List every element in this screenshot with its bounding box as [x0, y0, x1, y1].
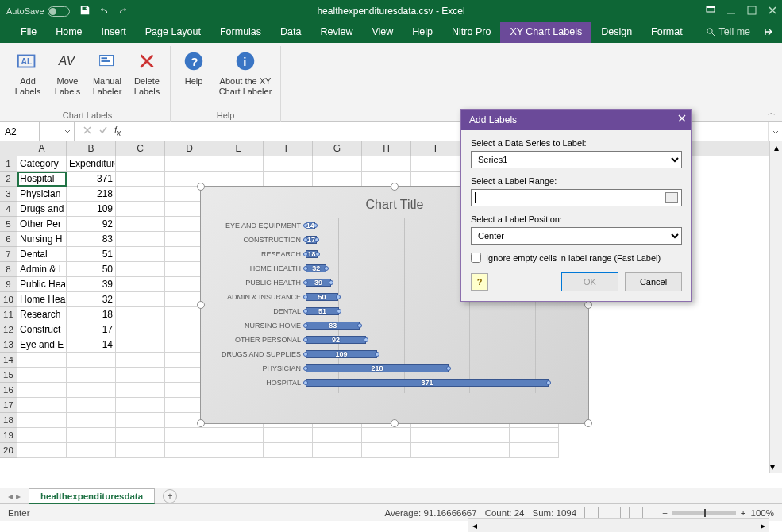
tab-page-layout[interactable]: Page Layout — [136, 22, 210, 43]
cell[interactable] — [17, 428, 67, 443]
cell[interactable]: 83 — [67, 232, 116, 247]
chart-handle-n[interactable] — [391, 183, 399, 191]
ignore-empty-checkbox[interactable]: Ignore empty cells in label range (Fast … — [471, 253, 682, 263]
tab-home[interactable]: Home — [46, 22, 91, 43]
cell[interactable] — [116, 262, 165, 277]
cell[interactable] — [116, 383, 165, 398]
scroll-up-icon[interactable]: ▴ — [770, 141, 782, 154]
cell[interactable] — [116, 217, 165, 232]
row-header[interactable]: 14 — [0, 353, 17, 368]
chart-bar[interactable]: 39 — [306, 279, 331, 287]
cell[interactable] — [116, 307, 165, 322]
zoom-level[interactable]: 100% — [751, 508, 774, 518]
cell[interactable] — [264, 443, 313, 458]
tab-xy-chart-labels[interactable]: XY Chart Labels — [500, 22, 591, 43]
col-header-H[interactable]: H — [362, 141, 411, 156]
cell[interactable] — [67, 428, 116, 443]
cell[interactable] — [313, 443, 362, 458]
chart-bar[interactable]: 32 — [306, 264, 326, 272]
cell[interactable] — [116, 277, 165, 292]
row-header[interactable]: 19 — [0, 428, 17, 443]
cell[interactable] — [510, 443, 559, 458]
row-header[interactable]: 13 — [0, 337, 17, 353]
cell[interactable]: 371 — [67, 172, 116, 187]
row-header[interactable]: 10 — [0, 292, 17, 307]
tab-nitro-pro[interactable]: Nitro Pro — [442, 22, 500, 43]
cell[interactable] — [165, 428, 214, 443]
cell[interactable] — [460, 428, 510, 443]
name-box-dropdown[interactable] — [40, 122, 75, 141]
share-icon[interactable] — [763, 26, 774, 40]
cell[interactable] — [116, 353, 165, 368]
scroll-left-icon[interactable]: ◂ — [468, 519, 481, 532]
add-labels-button[interactable]: AL AddLabels — [8, 46, 48, 97]
zoom-out-icon[interactable]: − — [662, 508, 668, 518]
cell[interactable] — [362, 443, 411, 458]
chart-bar[interactable]: 17 — [306, 236, 317, 244]
tab-review[interactable]: Review — [310, 22, 362, 43]
chart-handle-s[interactable] — [391, 419, 399, 427]
cell[interactable] — [116, 368, 165, 383]
minimize-icon[interactable] — [726, 6, 736, 17]
row-header[interactable]: 9 — [0, 277, 17, 292]
chart-bar[interactable]: 92 — [306, 336, 366, 344]
cell[interactable] — [264, 172, 313, 187]
chart-handle-e[interactable] — [584, 301, 592, 309]
chart-bar[interactable]: 50 — [306, 293, 338, 301]
cell[interactable]: Hospital — [17, 172, 67, 187]
cell[interactable]: 51 — [67, 247, 116, 262]
collapse-ribbon-icon[interactable]: ︿ — [768, 107, 776, 118]
cell[interactable] — [67, 413, 116, 428]
cell[interactable] — [116, 156, 165, 172]
cell[interactable]: 109 — [67, 202, 116, 217]
cell[interactable]: Admin & I — [17, 262, 67, 277]
cell[interactable] — [17, 383, 67, 398]
tab-formulas[interactable]: Formulas — [210, 22, 271, 43]
tab-format[interactable]: Format — [641, 22, 692, 43]
redo-icon[interactable] — [117, 5, 129, 18]
cell[interactable]: 50 — [67, 262, 116, 277]
cancel-formula-icon[interactable] — [83, 125, 92, 137]
zoom-control[interactable]: − + 100% — [662, 508, 774, 518]
cell[interactable]: Nursing H — [17, 232, 67, 247]
sheet-nav[interactable]: ◂▸ — [0, 491, 29, 502]
row-header[interactable]: 6 — [0, 232, 17, 247]
cell[interactable] — [313, 156, 362, 172]
dialog-help-button[interactable]: ? — [471, 273, 488, 291]
col-header-D[interactable]: D — [165, 141, 214, 156]
autosave-toggle[interactable]: AutoSave — [6, 6, 70, 17]
cell[interactable]: Home Hea — [17, 292, 67, 307]
maximize-icon[interactable] — [747, 6, 757, 17]
scroll-down-icon[interactable]: ▾ — [770, 461, 775, 473]
chart-handle-se[interactable] — [584, 419, 592, 427]
chart-handle-sw[interactable] — [197, 419, 205, 427]
chart-bar[interactable]: 51 — [306, 307, 339, 315]
tab-view[interactable]: View — [362, 22, 403, 43]
tab-insert[interactable]: Insert — [92, 22, 136, 43]
cell[interactable]: 18 — [67, 307, 116, 322]
cell[interactable]: Drugs and — [17, 202, 67, 217]
cell[interactable] — [67, 368, 116, 383]
cell[interactable] — [116, 322, 165, 337]
row-header[interactable]: 2 — [0, 172, 17, 187]
row-header[interactable]: 3 — [0, 187, 17, 202]
tell-me[interactable]: Tell me — [706, 26, 750, 37]
cell[interactable] — [460, 443, 510, 458]
ignore-empty-input[interactable] — [471, 253, 481, 263]
undo-icon[interactable] — [98, 5, 110, 18]
chart-bar[interactable]: 83 — [306, 322, 360, 330]
move-labels-button[interactable]: AV MoveLabels — [48, 46, 87, 97]
enter-formula-icon[interactable] — [98, 125, 108, 137]
cell[interactable] — [67, 443, 116, 458]
cell[interactable]: 92 — [67, 217, 116, 232]
cell[interactable]: Physician — [17, 187, 67, 202]
cell[interactable] — [116, 413, 165, 428]
col-header-F[interactable]: F — [264, 141, 313, 156]
cell[interactable] — [510, 428, 559, 443]
expand-formula-bar-icon[interactable] — [768, 122, 782, 141]
chart-bar[interactable]: 109 — [306, 350, 377, 358]
chart-bar[interactable]: 18 — [306, 250, 318, 258]
chart-handle-w[interactable] — [197, 301, 205, 309]
cell[interactable] — [17, 443, 67, 458]
cell[interactable] — [362, 156, 411, 172]
